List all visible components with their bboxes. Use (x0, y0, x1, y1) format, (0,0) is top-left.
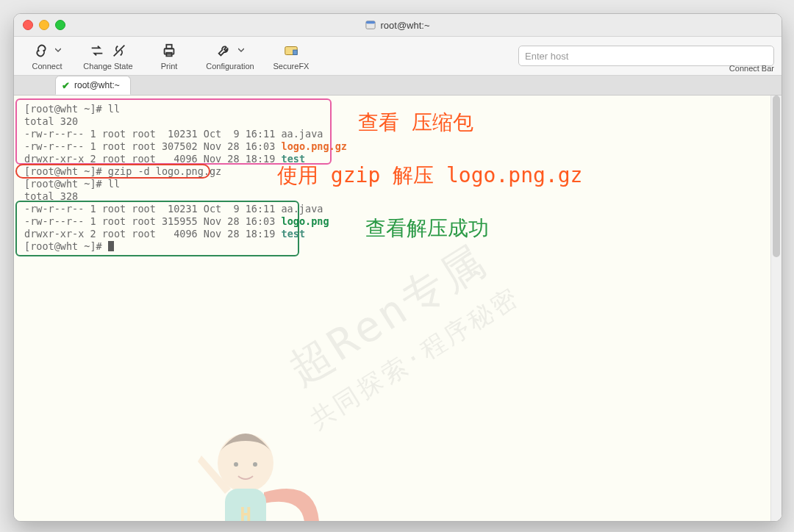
titlebar: root@wht:~ (14, 14, 782, 37)
reconnect-icon (89, 43, 105, 59)
terminal[interactable]: 超Ren专属 共同探索·程序秘密 H [root@wht ~]# ll (14, 96, 782, 522)
toolbar-change-state-label: Change State (83, 62, 132, 71)
file-logo-gz: logo.png.gz (282, 140, 347, 152)
svg-text:H: H (240, 504, 251, 522)
connect-bar-label: Connect Bar (729, 64, 774, 73)
scrollbar-thumb[interactable] (773, 96, 780, 257)
toolbar-configuration-label: Configuration (206, 62, 254, 71)
term-line: -rw-r--r-- 1 root root 315955 Nov 28 16:… (24, 215, 771, 228)
term-line: total 328 (24, 190, 771, 203)
app-window: root@wht:~ Connect (13, 13, 782, 522)
printer-icon (161, 43, 177, 59)
link-icon (33, 43, 49, 59)
term-line: drwxr-xr-x 2 root root 4096 Nov 28 18:19… (24, 228, 771, 240)
svg-point-7 (218, 434, 273, 492)
toolbar-connect-label: Connect (32, 62, 62, 71)
scrollbar[interactable] (770, 96, 782, 522)
watermark-line-2: 共同探索·程序秘密 (302, 278, 527, 437)
term-line: -rw-r--r-- 1 root root 307502 Nov 28 16:… (24, 140, 771, 153)
toolbar-configuration[interactable]: Configuration (195, 41, 265, 71)
tab-label: root@wht:~ (74, 80, 120, 90)
term-line: total 320 (24, 115, 771, 128)
term-prompt-idle: [root@wht ~]# (24, 240, 771, 253)
file-logo-png: logo.png (282, 215, 329, 227)
check-icon: ✔ (62, 80, 70, 91)
mascot-icon: H (165, 411, 326, 522)
terminal-icon (365, 20, 376, 30)
toolbar-change-state[interactable]: Change State (73, 41, 143, 71)
toolbar-securefx-label: SecureFX (273, 62, 310, 71)
securefx-icon (283, 43, 299, 59)
dir-test: test (282, 153, 306, 165)
term-line: [root@wht ~]# ll (24, 178, 771, 190)
term-line: [root@wht ~]# ll (24, 103, 771, 115)
tab-session[interactable]: ✔ root@wht:~ (55, 76, 131, 95)
host-input-placeholder: Enter host (525, 51, 568, 62)
svg-rect-1 (366, 21, 375, 24)
term-line: [root@wht ~]# gzip -d logo.png.gz (24, 165, 771, 178)
toolbar-print[interactable]: Print (143, 41, 195, 71)
chevron-down-icon (238, 48, 244, 54)
tabbar: ✔ root@wht:~ (14, 76, 782, 96)
svg-point-9 (253, 462, 257, 467)
disconnect-icon (111, 43, 127, 59)
svg-rect-10 (225, 489, 266, 522)
term-line: -rw-r--r-- 1 root root 10231 Oct 9 16:11… (24, 203, 771, 215)
term-line: -rw-r--r-- 1 root root 10231 Oct 9 16:11… (24, 128, 771, 140)
chevron-down-icon (55, 48, 61, 54)
watermark: 超Ren专属 共同探索·程序秘密 (268, 224, 527, 438)
toolbar-print-label: Print (161, 62, 178, 71)
cursor-icon (108, 241, 114, 251)
svg-rect-6 (293, 50, 298, 54)
toolbar-connect[interactable]: Connect (21, 41, 73, 71)
window-title-text: root@wht:~ (380, 20, 429, 31)
dir-test: test (282, 228, 306, 240)
window-title: root@wht:~ (14, 20, 782, 31)
svg-rect-3 (166, 45, 171, 49)
wrench-icon (216, 43, 232, 59)
toolbar-securefx[interactable]: SecureFX (265, 41, 317, 71)
term-line: drwxr-xr-x 2 root root 4096 Nov 28 18:19… (24, 153, 771, 165)
toolbar: Connect Change State (14, 37, 782, 76)
host-input[interactable]: Enter host (518, 46, 774, 66)
svg-point-8 (234, 462, 238, 467)
